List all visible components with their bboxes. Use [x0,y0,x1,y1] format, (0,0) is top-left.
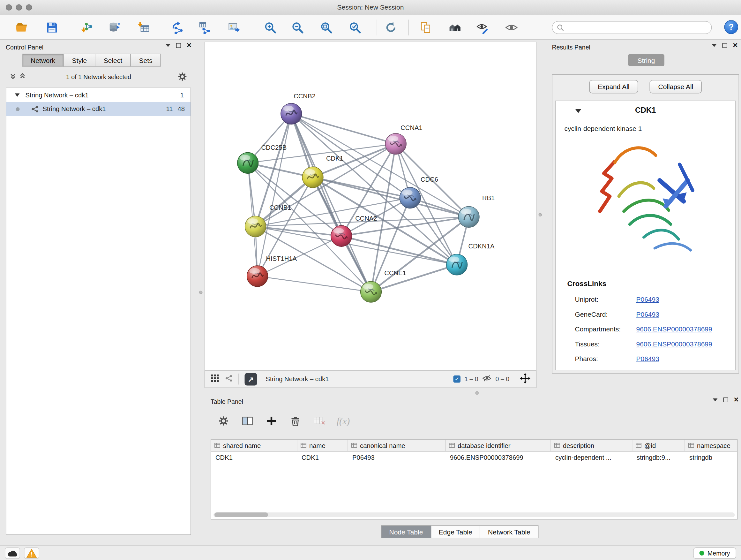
edge-CDKN1A-CCNE1[interactable] [371,265,457,292]
node-CDC25B[interactable] [238,152,259,173]
column-header-name[interactable]: name [297,440,348,451]
zoom-out-button[interactable] [290,20,305,35]
node-HIST1H1A[interactable] [247,266,268,287]
column-type-icon [351,442,357,448]
import-table-file-button[interactable] [137,20,151,35]
node-CDC6[interactable] [400,187,421,208]
refresh-view-button[interactable] [384,20,398,35]
node-CDKN1A[interactable] [447,254,468,275]
hidden-counter: 0 – 0 [495,375,509,383]
help-button[interactable]: ? [724,20,738,34]
warnings-button[interactable] [24,548,39,559]
network-collection-row[interactable]: String Network – cdk1 1 [6,88,191,102]
panel-close-button[interactable]: × [187,43,192,48]
edge-CCNB2-CCNE1[interactable] [291,114,371,292]
collapse-all-button[interactable]: Collapse All [650,80,702,94]
panel-float-button[interactable] [723,43,727,48]
new-network-icon [171,21,184,34]
memory-button[interactable]: Memory [693,548,736,559]
panel-close-button[interactable]: × [734,397,739,402]
column-header-database-identifier[interactable]: database identifier [446,440,551,451]
node-CCNA2[interactable] [331,226,352,246]
node-CCNB2[interactable] [281,103,302,124]
open-session-button[interactable] [14,20,28,35]
disclosure-triangle-icon[interactable] [15,94,20,97]
tab-node-table[interactable]: Node Table [381,525,431,539]
panel-menu-button[interactable] [165,44,171,47]
crosslink-value[interactable]: P06493 [636,310,659,318]
panel-float-button[interactable] [724,397,728,402]
panel-close-button[interactable]: × [733,43,738,48]
column-header-shared-name[interactable]: shared name [211,440,297,451]
tab-edge-table[interactable]: Edge Table [430,525,480,539]
crosslink-value[interactable]: 9606.ENSP00000378699 [636,325,712,333]
node-label-CCNB2: CCNB2 [293,92,315,100]
edge-CCNB2-CDKN1A[interactable] [291,114,457,265]
table-row[interactable]: CDK1CDK1P064939606.ENSP00000378699cyclin… [211,452,738,463]
copy-button[interactable] [418,20,433,35]
string-results-container: Expand All Collapse All CDK1 cyclin-depe… [552,74,739,374]
toolbar-separator [408,20,409,36]
show-all-button[interactable] [504,20,519,35]
tab-string[interactable]: String [628,54,664,66]
save-session-button[interactable] [45,20,59,35]
hide-selected-button[interactable] [475,20,490,35]
edge-CCNB2-RB1[interactable] [291,114,469,217]
edge-HIST1H1A-CCNE1[interactable] [258,276,371,292]
column-header--id[interactable]: @id [632,440,685,451]
application-window: Session: New Session ? Control Panel [0,0,741,560]
table-settings-button[interactable] [216,414,231,428]
network-row-selected[interactable]: String Network – cdk1 11 48 [6,102,191,116]
new-network-selection-button[interactable] [171,20,185,35]
grid-view-button[interactable] [211,374,219,384]
zoom-fit-button[interactable] [319,20,333,35]
node-CCNE1[interactable] [360,281,382,302]
show-columns-button[interactable] [240,414,255,428]
scrollbar-thumb[interactable] [214,512,268,517]
tab-network[interactable]: Network [22,54,64,67]
panel-menu-button[interactable] [712,44,717,47]
titlebar: Session: New Session [0,0,741,15]
network-canvas[interactable]: CCNB2CCNA1CDC25BCDK1CDC6RB1CCNB1CCNA2CDK… [205,42,537,370]
panel-menu-button[interactable] [713,398,718,401]
cloud-icon [7,550,18,557]
expand-all-button[interactable]: Expand All [589,80,638,94]
edge-CDK1-RB1[interactable] [313,177,469,217]
zoom-selected-button[interactable] [347,20,362,35]
selected-checkbox-icon[interactable]: ✓ [454,375,461,383]
tab-sets[interactable]: Sets [131,54,161,67]
node-CDK1[interactable] [302,167,323,188]
delete-column-button[interactable] [288,414,302,428]
column-header-description[interactable]: description [551,440,632,451]
network-overview-button[interactable]: ↗ [245,373,257,385]
column-header-namespace[interactable]: namespace [685,440,738,451]
cloud-button[interactable] [5,548,20,559]
network-view-button[interactable] [225,374,232,384]
pan-mode-button[interactable] [520,373,530,385]
tab-style[interactable]: Style [64,54,96,67]
network-options-gear-icon[interactable] [178,72,187,83]
new-network-table-button[interactable] [198,20,212,35]
crosslink-value[interactable]: P06493 [636,295,659,303]
splitter-handle[interactable] [475,391,479,395]
tab-network-table[interactable]: Network Table [480,525,539,539]
column-header-canonical-name[interactable]: canonical name [348,440,446,451]
create-column-button[interactable] [264,414,279,428]
splitter-handle[interactable] [199,291,203,294]
zoom-in-button[interactable] [263,20,277,35]
crosslink-value[interactable]: 9606.ENSP00000378699 [636,340,712,348]
horizontal-scrollbar[interactable] [213,512,735,517]
import-network-database-button[interactable] [107,20,121,35]
crosslink-value[interactable]: P06493 [636,355,659,362]
search-input[interactable] [567,23,708,33]
node-CCNA1[interactable] [385,133,406,154]
splitter-handle[interactable] [539,213,542,217]
tab-select[interactable]: Select [95,54,131,67]
import-network-file-button[interactable] [79,20,94,35]
export-image-button[interactable] [226,20,241,35]
edge-CCNB2-HIST1H1A[interactable] [258,114,291,276]
first-neighbors-button[interactable] [448,20,462,35]
node-RB1[interactable] [458,206,479,227]
panel-float-button[interactable] [176,43,181,48]
node-CCNB1[interactable] [245,216,266,237]
